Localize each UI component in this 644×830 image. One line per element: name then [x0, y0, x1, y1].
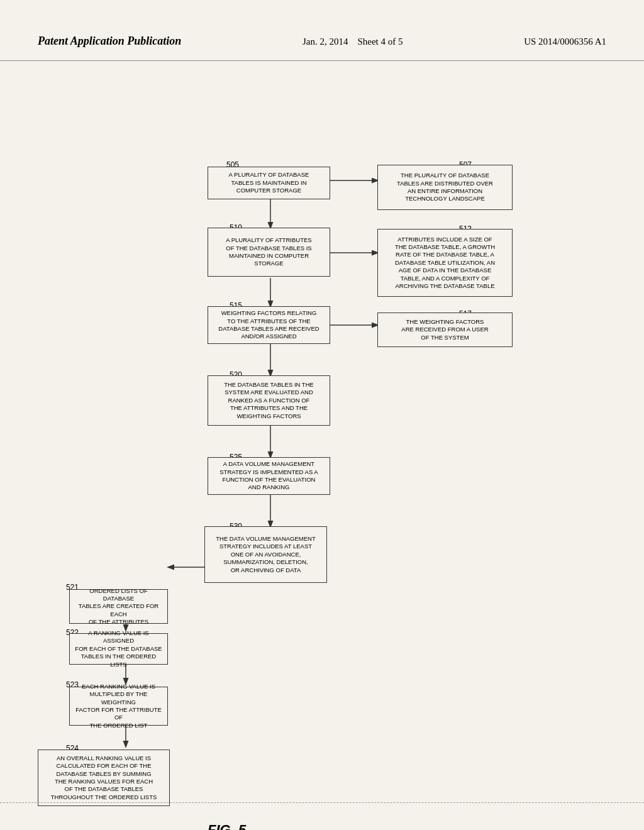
box-520: THE DATABASE TABLES IN THE SYSTEM ARE EV…	[208, 375, 330, 426]
figure-label: FIG. 5	[208, 822, 246, 830]
box-515: WEIGHTING FACTORS RELATING TO THE ATTRIB…	[208, 306, 330, 344]
page-header: Patent Application Publication Jan. 2, 2…	[0, 0, 644, 61]
box-522: A RANKING VALUE IS ASSIGNED FOR EACH OF …	[69, 633, 168, 665]
box-517: THE WEIGHTING FACTORS ARE RECEIVED FROM …	[377, 313, 513, 347]
box-530: THE DATA VOLUME MANAGEMENT STRATEGY INCL…	[204, 526, 327, 583]
page: Patent Application Publication Jan. 2, 2…	[0, 0, 644, 830]
box-525: A DATA VOLUME MANAGEMENT STRATEGY IS IMP…	[208, 457, 330, 495]
box-507: THE PLURALITY OF DATABASE TABLES ARE DIS…	[377, 165, 513, 210]
box-524: AN OVERALL RANKING VALUE IS CALCULATED F…	[38, 750, 170, 806]
bottom-border	[0, 802, 644, 803]
box-510: A PLURALITY OF ATTRIBUTES OF THE DATABAS…	[208, 228, 330, 277]
box-505: A PLURALITY OF DATABASE TABLES IS MAINTA…	[208, 167, 330, 199]
diagram-area: 505 A PLURALITY OF DATABASE TABLES IS MA…	[0, 67, 644, 809]
box-523: EACH RANKING VALUE IS MULTIPLIED BY THE …	[69, 687, 168, 726]
publication-date: Jan. 2, 2014 Sheet 4 of 5	[303, 35, 403, 47]
publication-title: Patent Application Publication	[38, 35, 181, 48]
box-512: ATTRIBUTES INCLUDE A SIZE OF THE DATABAS…	[377, 229, 513, 297]
publication-number: US 2014/0006356 A1	[524, 35, 606, 47]
box-521: ORDERED LISTS OF DATABASE TABLES ARE CRE…	[69, 589, 168, 624]
